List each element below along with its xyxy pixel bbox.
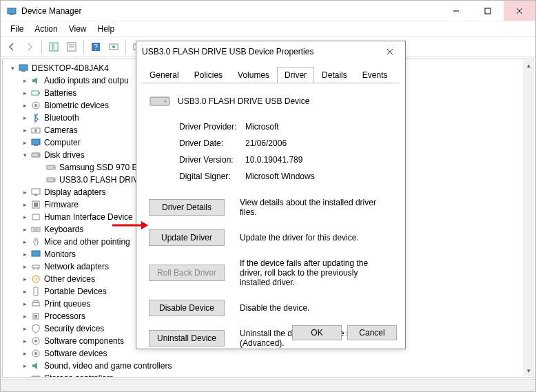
audio-icon <box>30 75 41 86</box>
tree-item-label: Software components <box>44 335 124 347</box>
tree-item[interactable]: ▸Storage controllers <box>21 372 533 378</box>
expand-icon[interactable]: ▸ <box>21 213 29 221</box>
vertical-scrollbar[interactable]: ▴ ▾ <box>523 60 534 376</box>
expand-icon[interactable]: ▸ <box>21 250 29 258</box>
svg-rect-62 <box>150 97 169 105</box>
expand-icon[interactable]: ▸ <box>21 312 29 320</box>
tab-volumes[interactable]: Volumes <box>230 67 277 83</box>
tree-item-label: Biometric devices <box>44 99 109 112</box>
disable-device-button[interactable]: Disable Device <box>149 300 225 316</box>
expand-icon[interactable]: ▸ <box>21 188 29 196</box>
update-driver-button[interactable]: Update Driver <box>149 229 225 246</box>
expand-icon[interactable]: ▸ <box>21 200 29 209</box>
menu-file[interactable]: File <box>5 23 29 35</box>
tab-driver[interactable]: Driver <box>277 67 314 83</box>
tree-item-label: Mice and other pointing <box>44 236 130 248</box>
svg-rect-33 <box>34 194 37 196</box>
uninstall-device-button[interactable]: Uninstall Device <box>149 330 225 347</box>
show-hide-tree-button[interactable] <box>45 39 62 54</box>
version-label: Driver Version: <box>179 155 245 165</box>
tree-item-label: Firmware <box>44 198 79 211</box>
tree-item-label: Processors <box>44 310 85 322</box>
tree-item-label: USB3.0 FLASH DRIVE <box>59 174 144 186</box>
minimize-button[interactable] <box>440 1 472 21</box>
scan-button[interactable] <box>105 39 122 54</box>
menu-action[interactable]: Action <box>29 23 63 35</box>
tree-item-label: Monitors <box>44 248 76 260</box>
svg-rect-7 <box>54 43 58 51</box>
menu-help[interactable]: Help <box>92 23 121 35</box>
tree-item-label: Human Interface Device <box>44 211 133 223</box>
computer-icon <box>18 63 29 74</box>
tree-item-label: Disk drives <box>44 149 85 161</box>
other-icon: ? <box>30 274 41 285</box>
biometric-icon <box>30 100 41 111</box>
expand-icon[interactable]: ▸ <box>21 238 29 246</box>
expand-icon[interactable]: ▾ <box>21 151 29 159</box>
display-icon <box>30 187 41 198</box>
expand-icon[interactable]: ▸ <box>21 324 29 333</box>
expand-icon[interactable]: ▸ <box>21 374 29 378</box>
expand-icon[interactable]: ▸ <box>21 349 29 358</box>
close-button[interactable] <box>504 1 535 21</box>
dialog-tabs: General Policies Volumes Driver Details … <box>136 62 405 83</box>
tree-item-label: Portable Devices <box>44 285 107 298</box>
svg-rect-16 <box>19 65 28 70</box>
tree-item[interactable]: ▸Sound, video and game controllers <box>21 360 533 372</box>
camera-icon <box>30 125 41 136</box>
svg-rect-1 <box>10 14 14 15</box>
tree-item-label: Samsung SSD 970 EV <box>59 161 143 174</box>
device-name: USB3.0 FLASH DRIVE USB Device <box>178 96 309 106</box>
expand-icon[interactable]: ▸ <box>21 138 29 147</box>
svg-point-56 <box>34 352 37 355</box>
expand-icon[interactable]: ▸ <box>21 287 29 296</box>
expand-icon[interactable]: ▸ <box>21 275 29 283</box>
disk-icon <box>45 162 56 173</box>
collapse-icon[interactable]: ▾ <box>8 64 17 72</box>
scroll-down-icon[interactable]: ▾ <box>523 365 534 376</box>
device-manager-window: Device Manager File Action View Help ? <box>0 0 536 392</box>
tab-events[interactable]: Events <box>355 67 395 83</box>
expand-icon[interactable]: ▸ <box>21 114 29 122</box>
tab-general[interactable]: General <box>142 67 187 83</box>
expand-icon[interactable]: ▸ <box>21 337 29 345</box>
properties-button[interactable] <box>63 39 80 54</box>
driver-details-button[interactable]: Driver Details <box>149 199 225 216</box>
svg-rect-37 <box>32 227 40 231</box>
maximize-button[interactable] <box>472 1 504 21</box>
svg-rect-43 <box>32 265 39 268</box>
expand-icon[interactable]: ▸ <box>21 262 29 271</box>
version-value: 10.0.19041.789 <box>245 155 302 165</box>
portable-icon <box>30 286 41 297</box>
tree-item-label: Computer <box>44 136 81 149</box>
svg-rect-48 <box>34 287 38 296</box>
expand-icon[interactable]: ▸ <box>21 89 29 97</box>
expand-icon[interactable]: ▸ <box>21 225 29 234</box>
ok-button[interactable]: OK <box>292 325 342 340</box>
scroll-up-icon[interactable]: ▴ <box>523 60 534 71</box>
tab-body: USB3.0 FLASH DRIVE USB Device Driver Pro… <box>142 83 400 331</box>
expand-icon[interactable]: ▸ <box>21 101 29 110</box>
help-button[interactable]: ? <box>87 39 104 54</box>
menu-view[interactable]: View <box>63 23 92 35</box>
tab-policies[interactable]: Policies <box>187 67 230 83</box>
svg-point-31 <box>53 179 54 180</box>
expand-icon[interactable]: ▸ <box>21 362 29 370</box>
tree-item-label: Keyboards <box>44 223 83 236</box>
expand-icon[interactable]: ▸ <box>21 300 29 308</box>
tree-item-label: Bluetooth <box>44 112 79 124</box>
app-icon <box>6 6 17 17</box>
monitor-icon <box>30 249 41 260</box>
forward-button[interactable] <box>21 39 38 54</box>
dialog-close-button[interactable] <box>380 42 400 61</box>
tab-details[interactable]: Details <box>314 67 355 83</box>
back-button[interactable] <box>3 39 20 54</box>
rollback-driver-button[interactable]: Roll Back Driver <box>149 265 225 281</box>
svg-point-21 <box>34 104 37 107</box>
expand-icon[interactable]: ▸ <box>21 76 29 85</box>
svg-rect-49 <box>32 302 39 306</box>
cancel-button[interactable]: Cancel <box>347 325 397 340</box>
expand-icon[interactable]: ▸ <box>21 126 29 134</box>
date-value: 21/06/2006 <box>245 138 287 148</box>
rollback-driver-desc: If the device fails after updating the d… <box>240 258 384 287</box>
